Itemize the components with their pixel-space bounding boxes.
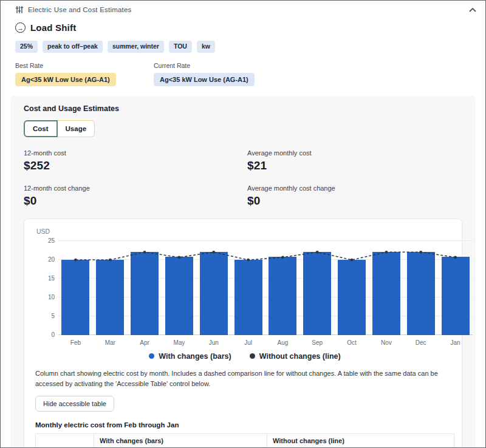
x-tick-label: Oct [335,339,369,346]
tag-chip: kw [197,41,215,53]
chevron-up-icon[interactable] [468,7,477,13]
x-tick-label: Aug [265,339,300,346]
legend-label: Without changes (line) [259,352,341,361]
y-tick-label: 5 [40,313,55,319]
sliders-icon [15,5,24,14]
x-tick-label: Apr [128,339,162,346]
table-column-header: Without changes (line) [267,434,454,448]
cost-usage-panel: Cost and Usage Estimates Cost Usage 12-m… [10,96,476,448]
legend-label: With changes (bars) [159,352,231,361]
chart-card: USD 0510152025 FebMarAprMayJunJulAugSepO… [24,219,462,448]
y-axis-unit-label: USD [36,228,454,235]
comparison-line [58,241,473,335]
tag-chip: summer, winter [108,41,164,53]
table-column-header: With changes (bars) [94,434,267,448]
tag-chip: peak to off–peak [43,41,103,53]
x-tick-label: Jul [231,339,265,346]
current-rate-label: Current Rate [154,62,255,69]
stat-12-month-cost-change: 12-month cost change $0 [24,185,247,208]
stat-average-monthly-cost-change: Average monthly cost change $0 [247,185,462,208]
arrow-right-circle-icon[interactable]: → [15,22,26,33]
x-tick-label: Jun [196,339,231,346]
panel-title: Cost and Usage Estimates [24,104,462,113]
table-header: With changes (bars)Without changes (line… [36,434,454,448]
accessible-table: With changes (bars)Without changes (line… [35,433,454,448]
stats-grid: 12-month cost $252 Average monthly cost … [24,149,462,208]
load-shift-heading: → Load Shift [15,22,471,33]
legend-item: With changes (bars) [149,352,231,361]
section-title: Load Shift [30,22,76,33]
best-rate-label: Best Rate [15,62,154,69]
x-tick-label: Jan [438,339,473,346]
x-tick-label: May [162,339,196,346]
chart-legend: With changes (bars)Without changes (line… [35,352,454,361]
hide-accessible-table-button[interactable]: Hide accessible table [35,396,114,412]
cost-usage-toggle: Cost Usage [24,120,95,137]
tab-cost[interactable]: Cost [24,120,58,137]
x-tick-label: Feb [58,339,93,346]
table-column-header [36,434,94,448]
y-tick-label: 15 [40,275,55,282]
accordion-title: Electric Use and Cost Estimates [28,6,131,13]
x-axis-labels: FebMarAprMayJunJulAugSepOctNovDecJan [58,339,473,346]
x-tick-label: Sep [300,339,335,346]
stat-12-month-cost: 12-month cost $252 [24,149,247,172]
tag-chips-row: 25%peak to off–peaksummer, winterTOUkw [15,41,471,53]
best-rate-value: Ag<35 kW Low Use (AG-A1) [15,73,116,86]
x-tick-label: Mar [93,339,128,346]
accessible-table-title: Monthly electric cost from Feb through J… [35,421,454,429]
current-rate-value: Ag<35 kW Low Use (AG-A1) [154,73,255,86]
legend-item: Without changes (line) [250,352,341,361]
tag-chip: 25% [15,41,38,53]
legend-dot-icon [149,353,154,359]
y-tick-label: 25 [40,237,55,244]
x-tick-label: Nov [369,339,403,346]
y-tick-label: 10 [40,294,55,300]
y-tick-label: 20 [40,256,55,263]
accordion-header: Electric Use and Cost Estimates [1,1,485,16]
y-tick-label: 0 [40,331,55,338]
chart-description: Column chart showing electric cost by mo… [35,368,454,390]
electric-use-page: { "page": { "header": { "title": "Electr… [0,0,486,448]
rates-row: Best Rate Ag<35 kW Low Use (AG-A1) Curre… [15,62,471,86]
x-tick-label: Dec [403,339,438,346]
chart-plot: 0510152025 [58,241,473,335]
stat-average-monthly-cost: Average monthly cost $21 [247,149,462,172]
tab-usage[interactable]: Usage [58,120,95,137]
legend-dot-icon [250,353,255,359]
tag-chip: TOU [169,41,192,53]
